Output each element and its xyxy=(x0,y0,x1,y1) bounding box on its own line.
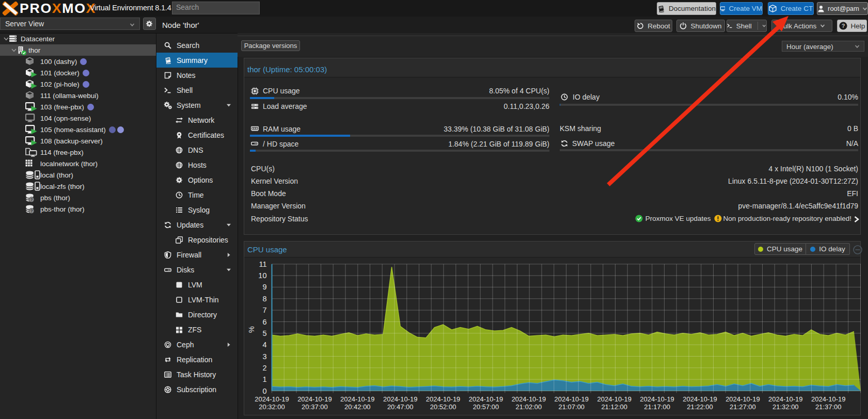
svg-text:2024-10-19: 2024-10-19 xyxy=(383,395,418,403)
svg-text:21:02:00: 21:02:00 xyxy=(516,403,542,411)
svg-text:4: 4 xyxy=(262,341,266,349)
svg-text:2024-10-19: 2024-10-19 xyxy=(811,395,846,403)
svg-text:2024-10-19: 2024-10-19 xyxy=(597,395,632,403)
svg-text:2024-10-19: 2024-10-19 xyxy=(768,395,803,403)
svg-text:2: 2 xyxy=(262,364,266,372)
svg-text:21:17:00: 21:17:00 xyxy=(644,403,670,411)
svg-text:2024-10-19: 2024-10-19 xyxy=(512,395,546,403)
svg-text:2024-10-19: 2024-10-19 xyxy=(683,395,717,403)
svg-text:?: ? xyxy=(30,197,33,202)
svg-text:2024-10-19: 2024-10-19 xyxy=(255,395,289,403)
svg-text:2024-10-19: 2024-10-19 xyxy=(426,395,461,403)
svg-text:2024-10-19: 2024-10-19 xyxy=(297,395,332,403)
svg-text:9: 9 xyxy=(262,283,266,291)
svg-text:3: 3 xyxy=(262,352,266,361)
svg-text:21:32:00: 21:32:00 xyxy=(772,403,799,411)
svg-text:20:47:00: 20:47:00 xyxy=(387,403,414,411)
svg-text:5: 5 xyxy=(262,329,266,337)
svg-text:2024-10-19: 2024-10-19 xyxy=(725,395,760,403)
svg-text:21:37:00: 21:37:00 xyxy=(815,403,842,411)
svg-text:20:32:00: 20:32:00 xyxy=(259,403,285,411)
svg-text:11: 11 xyxy=(259,260,266,268)
svg-text:8: 8 xyxy=(262,295,266,303)
svg-text:2024-10-19: 2024-10-19 xyxy=(469,395,503,403)
svg-text:21:27:00: 21:27:00 xyxy=(730,403,756,411)
svg-text:2024-10-19: 2024-10-19 xyxy=(555,395,589,403)
svg-text:2024-10-19: 2024-10-19 xyxy=(340,395,375,403)
svg-text:7: 7 xyxy=(262,306,266,314)
svg-text:21:07:00: 21:07:00 xyxy=(558,403,585,411)
svg-text:1: 1 xyxy=(262,375,266,383)
svg-text:21:22:00: 21:22:00 xyxy=(687,403,713,411)
svg-text:20:37:00: 20:37:00 xyxy=(302,403,328,411)
svg-text:%: % xyxy=(248,326,256,333)
svg-text:10: 10 xyxy=(258,271,266,280)
svg-text:?: ? xyxy=(30,208,33,214)
svg-text:?: ? xyxy=(841,23,845,29)
svg-text:0: 0 xyxy=(262,387,266,395)
svg-text:6: 6 xyxy=(262,318,266,326)
svg-text:2024-10-19: 2024-10-19 xyxy=(640,395,674,403)
svg-text:20:42:00: 20:42:00 xyxy=(344,403,371,411)
svg-text:21:12:00: 21:12:00 xyxy=(601,403,627,411)
svg-text:20:57:00: 20:57:00 xyxy=(473,403,499,411)
svg-text:20:52:00: 20:52:00 xyxy=(430,403,456,411)
